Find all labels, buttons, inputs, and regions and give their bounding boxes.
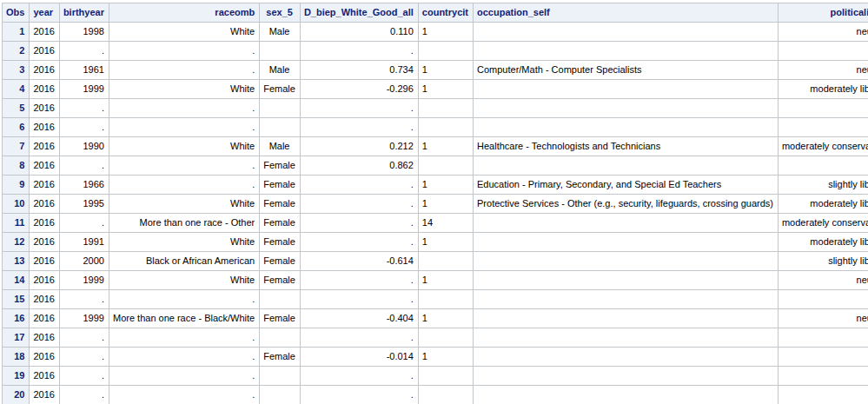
row-obs-header: 18 [3, 348, 30, 367]
cell-year: 2016 [30, 195, 59, 214]
row-obs-header: 20 [3, 386, 30, 404]
cell-d_biep: . [300, 118, 418, 137]
table-row: 62016.... [3, 118, 868, 137]
column-header-year: year [30, 3, 59, 23]
cell-sex_5: Female [260, 233, 301, 252]
cell-birthyear: . [59, 290, 109, 309]
cell-politicalid_7: slightly liberal [778, 176, 868, 195]
cell-politicalid_7 [778, 156, 868, 176]
cell-countrycit: 1 [418, 309, 473, 328]
cell-countrycit [418, 252, 473, 271]
cell-birthyear: . [59, 386, 109, 404]
cell-politicalid_7: neutral [778, 23, 868, 42]
column-header-politicalid_7: politicalid_7 [778, 3, 868, 23]
cell-politicalid_7: neutral [778, 309, 868, 328]
cell-politicalid_7 [778, 348, 868, 367]
table-body: 120161998WhiteMale0.1101neutral1822016..… [3, 23, 868, 404]
row-obs-header: 12 [3, 233, 30, 252]
table-row: 1020161995WhiteFemale.1Protective Servic… [3, 195, 868, 214]
cell-d_biep: . [300, 271, 418, 290]
cell-year: 2016 [30, 99, 59, 118]
cell-countrycit [418, 290, 473, 309]
cell-occupation_self: Healthcare - Technologists and Technicia… [474, 137, 779, 156]
row-obs-header: 8 [3, 156, 30, 176]
cell-occupation_self [474, 309, 779, 328]
cell-sex_5: Male [260, 137, 301, 156]
cell-sex_5: Female [260, 156, 301, 176]
cell-sex_5: Male [260, 23, 301, 42]
cell-countrycit [418, 156, 473, 176]
cell-d_biep: 0.734 [300, 61, 418, 80]
cell-sex_5: Female [260, 195, 301, 214]
cell-raceomb: White [109, 137, 259, 156]
cell-raceomb: . [109, 99, 259, 118]
cell-d_biep: -0.614 [300, 252, 418, 271]
cell-year: 2016 [30, 233, 59, 252]
row-obs-header: 15 [3, 290, 30, 309]
cell-year: 2016 [30, 328, 59, 348]
row-obs-header: 3 [3, 61, 30, 80]
table-row: 420161999WhiteFemale-0.2961moderately li… [3, 80, 868, 99]
cell-politicalid_7: moderately conservative [778, 214, 868, 233]
cell-countrycit: 1 [418, 137, 473, 156]
cell-occupation_self [474, 23, 779, 42]
cell-birthyear: 1966 [59, 176, 109, 195]
cell-d_biep: 0.212 [300, 137, 418, 156]
cell-sex_5: Female [260, 176, 301, 195]
column-header-d_biep: D_biep_White_Good_all [300, 3, 418, 23]
row-obs-header: 6 [3, 118, 30, 137]
cell-year: 2016 [30, 386, 59, 404]
row-obs-header: 2 [3, 42, 30, 61]
cell-year: 2016 [30, 367, 59, 386]
table-row: 720161990WhiteMale0.2121Healthcare - Tec… [3, 137, 868, 156]
cell-birthyear: 1961 [59, 61, 109, 80]
cell-politicalid_7 [778, 118, 868, 137]
cell-raceomb: . [109, 386, 259, 404]
cell-countrycit [418, 328, 473, 348]
cell-birthyear: . [59, 42, 109, 61]
cell-occupation_self [474, 80, 779, 99]
cell-countrycit: 1 [418, 271, 473, 290]
cell-d_biep: . [300, 290, 418, 309]
cell-countrycit [418, 386, 473, 404]
cell-occupation_self [474, 367, 779, 386]
cell-raceomb: White [109, 23, 259, 42]
cell-occupation_self [474, 42, 779, 61]
cell-birthyear: . [59, 348, 109, 367]
cell-politicalid_7 [778, 42, 868, 61]
cell-year: 2016 [30, 80, 59, 99]
cell-sex_5: Female [260, 252, 301, 271]
cell-countrycit: 14 [418, 214, 473, 233]
cell-politicalid_7: neutral [778, 61, 868, 80]
cell-sex_5: Female [260, 348, 301, 367]
cell-birthyear: 1999 [59, 271, 109, 290]
cell-sex_5 [260, 328, 301, 348]
cell-year: 2016 [30, 137, 59, 156]
table-row: 22016.... [3, 42, 868, 61]
row-obs-header: 16 [3, 309, 30, 328]
header-row: Obsyearbirthyearraceombsex_5D_biep_White… [3, 3, 868, 23]
cell-politicalid_7 [778, 328, 868, 348]
cell-countrycit: 1 [418, 195, 473, 214]
cell-d_biep: . [300, 328, 418, 348]
cell-d_biep: . [300, 195, 418, 214]
cell-birthyear: 1999 [59, 309, 109, 328]
cell-sex_5: Female [260, 80, 301, 99]
cell-occupation_self [474, 252, 779, 271]
cell-year: 2016 [30, 214, 59, 233]
cell-countrycit [418, 42, 473, 61]
cell-sex_5 [260, 367, 301, 386]
cell-raceomb: White [109, 233, 259, 252]
cell-d_biep: . [300, 233, 418, 252]
cell-politicalid_7 [778, 367, 868, 386]
cell-birthyear: 1991 [59, 233, 109, 252]
column-header-birthyear: birthyear [59, 3, 109, 23]
row-obs-header: 13 [3, 252, 30, 271]
cell-raceomb: . [109, 290, 259, 309]
cell-politicalid_7: moderately liberal [778, 233, 868, 252]
cell-raceomb: . [109, 176, 259, 195]
cell-birthyear: 1999 [59, 80, 109, 99]
cell-countrycit: 1 [418, 176, 473, 195]
cell-year: 2016 [30, 271, 59, 290]
cell-raceomb: . [109, 61, 259, 80]
